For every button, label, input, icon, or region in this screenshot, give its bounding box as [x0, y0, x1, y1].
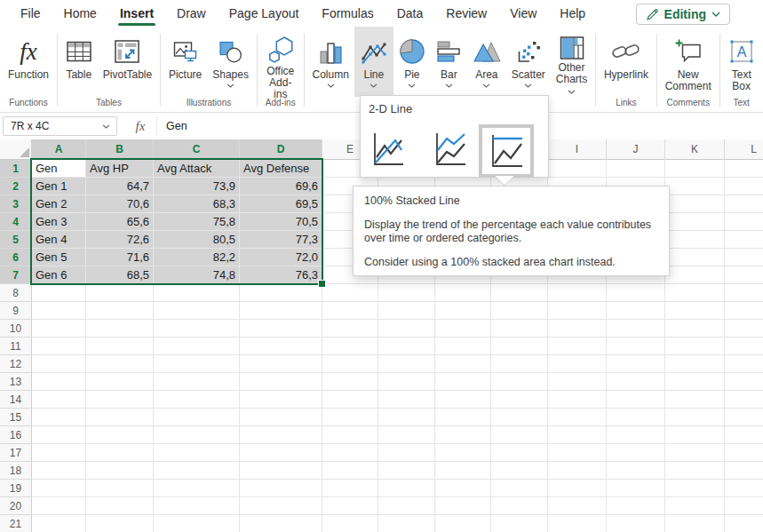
cell-F9[interactable] — [378, 302, 435, 320]
cell-J17[interactable] — [607, 444, 665, 462]
cell-I17[interactable] — [548, 444, 607, 462]
function-button[interactable]: fx Function — [3, 27, 54, 97]
cell-F12[interactable] — [378, 355, 435, 373]
cell-B20[interactable] — [86, 497, 154, 515]
column-header-C[interactable]: C — [154, 139, 240, 160]
cell-D4[interactable]: 70,5 — [240, 213, 322, 231]
cell-I19[interactable] — [548, 480, 607, 497]
cell-C7[interactable]: 74,8 — [154, 266, 240, 284]
cell-A12[interactable] — [32, 355, 86, 373]
cell-C4[interactable]: 75,8 — [154, 213, 240, 231]
cell-D19[interactable] — [240, 480, 322, 497]
cell-K15[interactable] — [665, 409, 725, 426]
cell-B5[interactable]: 72,6 — [86, 231, 154, 249]
cell-D2[interactable]: 69,6 — [240, 178, 322, 195]
cell-K16[interactable] — [665, 426, 725, 444]
cell-J8[interactable] — [607, 284, 665, 302]
cell-A4[interactable]: Gen 3 — [32, 213, 86, 231]
fill-handle[interactable] — [318, 280, 326, 288]
cell-K21[interactable] — [665, 515, 725, 532]
cell-K17[interactable] — [665, 444, 725, 462]
cell-H15[interactable] — [491, 409, 548, 426]
cell-E15[interactable] — [322, 409, 378, 426]
column-header-I[interactable]: I — [548, 139, 607, 160]
cell-D10[interactable] — [240, 320, 322, 337]
cell-D5[interactable]: 77,3 — [240, 231, 322, 249]
cell-C9[interactable] — [154, 302, 240, 320]
cell-K9[interactable] — [665, 302, 725, 320]
tab-view[interactable]: View — [498, 0, 548, 27]
cell-D20[interactable] — [240, 497, 322, 515]
cell-H13[interactable] — [491, 373, 548, 391]
cell-J20[interactable] — [607, 497, 665, 515]
cell-J13[interactable] — [607, 373, 665, 391]
cell-L16[interactable] — [725, 426, 763, 444]
row-header-10[interactable]: 10 — [0, 320, 32, 337]
row-header-2[interactable]: 2 — [0, 178, 32, 195]
cell-B11[interactable] — [86, 337, 154, 355]
cell-C2[interactable]: 73,9 — [154, 178, 240, 195]
cell-K18[interactable] — [665, 462, 725, 480]
row-header-8[interactable]: 8 — [0, 284, 32, 302]
pie-chart-button[interactable]: Pie — [393, 27, 431, 97]
column-header-D[interactable]: D — [240, 139, 322, 160]
cell-B14[interactable] — [86, 391, 154, 409]
cell-D21[interactable] — [240, 515, 322, 532]
cell-H14[interactable] — [491, 391, 548, 409]
cell-I16[interactable] — [548, 426, 607, 444]
other-charts-button[interactable]: Other Charts — [551, 27, 592, 97]
cell-D3[interactable]: 69,5 — [240, 195, 322, 213]
cell-B12[interactable] — [86, 355, 154, 373]
row-header-6[interactable]: 6 — [0, 249, 32, 266]
cell-A9[interactable] — [32, 302, 86, 320]
cell-B16[interactable] — [86, 426, 154, 444]
cell-H18[interactable] — [491, 462, 548, 480]
cell-L1[interactable] — [725, 160, 763, 178]
cell-K5[interactable] — [665, 231, 725, 249]
cell-G21[interactable] — [435, 515, 491, 532]
cell-A10[interactable] — [32, 320, 86, 337]
cell-K1[interactable] — [665, 160, 725, 178]
cell-E11[interactable] — [322, 337, 378, 355]
row-header-5[interactable]: 5 — [0, 231, 32, 249]
cell-C17[interactable] — [154, 444, 240, 462]
cell-K4[interactable] — [665, 213, 725, 231]
cell-H16[interactable] — [491, 426, 548, 444]
cell-G20[interactable] — [435, 497, 491, 515]
column-header-K[interactable]: K — [665, 139, 725, 160]
cell-C10[interactable] — [154, 320, 240, 337]
row-header-21[interactable]: 21 — [0, 515, 32, 532]
cell-H19[interactable] — [491, 480, 548, 497]
cell-E8[interactable] — [322, 284, 378, 302]
cell-E13[interactable] — [322, 373, 378, 391]
office-addins-button[interactable]: Office Add-ins — [260, 27, 301, 97]
row-header-4[interactable]: 4 — [0, 213, 32, 231]
cell-H9[interactable] — [491, 302, 548, 320]
cell-F16[interactable] — [378, 426, 435, 444]
cell-E12[interactable] — [322, 355, 378, 373]
cell-E16[interactable] — [322, 426, 378, 444]
cell-B21[interactable] — [86, 515, 154, 532]
cell-H20[interactable] — [491, 497, 548, 515]
cell-J12[interactable] — [607, 355, 665, 373]
tab-review[interactable]: Review — [434, 0, 498, 27]
cell-B13[interactable] — [86, 373, 154, 391]
cell-K19[interactable] — [665, 480, 725, 497]
cell-B17[interactable] — [86, 444, 154, 462]
tab-home[interactable]: Home — [52, 0, 108, 27]
cell-K3[interactable] — [665, 195, 725, 213]
cell-F20[interactable] — [378, 497, 435, 515]
cell-C1[interactable]: Avg Attack — [154, 160, 240, 178]
cell-D1[interactable]: Avg Defense — [240, 160, 322, 178]
cell-I15[interactable] — [548, 409, 607, 426]
cell-L6[interactable] — [725, 249, 763, 266]
row-header-19[interactable]: 19 — [0, 480, 32, 497]
cell-L5[interactable] — [725, 231, 763, 249]
tab-file[interactable]: File — [9, 0, 52, 27]
row-header-9[interactable]: 9 — [0, 302, 32, 320]
cell-L17[interactable] — [725, 444, 763, 462]
cell-E10[interactable] — [322, 320, 378, 337]
cell-E20[interactable] — [322, 497, 378, 515]
cell-K6[interactable] — [665, 249, 725, 266]
cell-H10[interactable] — [491, 320, 548, 337]
